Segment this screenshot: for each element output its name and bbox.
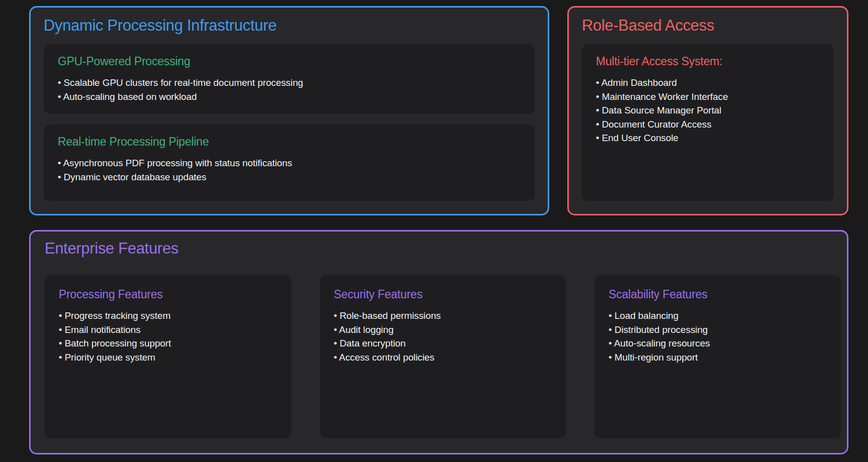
panel-title-dynamic-processing-infrastructure: Dynamic Processing Infrastructure bbox=[44, 16, 535, 36]
access-tier-item: Maintenance Worker Interface bbox=[596, 90, 820, 104]
card-real-time-processing-pipeline: Real-time Processing Pipeline Asynchrono… bbox=[44, 125, 535, 201]
feature-item: Auto-scaling based on workload bbox=[58, 90, 521, 104]
card-processing-features: Processing Features Progress tracking sy… bbox=[45, 275, 291, 438]
card-title-gpu-powered-processing: GPU-Powered Processing bbox=[58, 54, 521, 69]
enterprise-features-grid: Processing Features Progress tracking sy… bbox=[45, 275, 841, 438]
panel-title-enterprise-features: Enterprise Features bbox=[45, 239, 841, 259]
feature-item: Asynchronous PDF processing with status … bbox=[58, 156, 521, 170]
card-title-security-features: Security Features bbox=[334, 287, 552, 302]
feature-item: Dynamic vector database updates bbox=[58, 170, 521, 184]
feature-item: Data encryption bbox=[334, 336, 552, 351]
feature-item: Scalable GPU clusters for real-time docu… bbox=[58, 76, 521, 90]
feature-list: Progress tracking system Email notificat… bbox=[59, 309, 277, 364]
bottom-row: Enterprise Features Processing Features … bbox=[29, 230, 848, 454]
card-title-multi-tier-access-system: Multi-tier Access System: bbox=[596, 54, 820, 69]
panel-dynamic-processing-infrastructure: Dynamic Processing Infrastructure GPU-Po… bbox=[29, 6, 549, 215]
feature-item: Role-based permissions bbox=[334, 309, 552, 323]
feature-list: Role-based permissions Audit logging Dat… bbox=[334, 309, 552, 364]
feature-item: Distributed processing bbox=[608, 323, 827, 337]
feature-item: Progress tracking system bbox=[59, 309, 277, 323]
card-scalability-features: Scalability Features Load balancing Dist… bbox=[594, 275, 841, 438]
feature-list: Load balancing Distributed processing Au… bbox=[608, 309, 827, 364]
card-title-scalability-features: Scalability Features bbox=[608, 287, 827, 302]
feature-list: Scalable GPU clusters for real-time docu… bbox=[58, 76, 521, 103]
panel-title-role-based-access: Role-Based Access bbox=[582, 16, 834, 36]
feature-item: Load balancing bbox=[608, 309, 827, 323]
top-row: Dynamic Processing Infrastructure GPU-Po… bbox=[29, 6, 848, 215]
card-security-features: Security Features Role-based permissions… bbox=[320, 275, 566, 438]
access-tier-item: Document Curator Access bbox=[596, 118, 820, 132]
access-tier-item: Data Source Manager Portal bbox=[596, 103, 820, 118]
feature-item: Email notifications bbox=[59, 323, 277, 337]
page: Dynamic Processing Infrastructure GPU-Po… bbox=[0, 0, 868, 454]
feature-item: Auto-scaling resources bbox=[608, 336, 827, 351]
card-title-real-time-processing-pipeline: Real-time Processing Pipeline bbox=[58, 135, 521, 149]
card-title-processing-features: Processing Features bbox=[59, 287, 277, 302]
access-tier-item: Admin Dashboard bbox=[596, 76, 820, 90]
access-tier-list: Admin Dashboard Maintenance Worker Inter… bbox=[596, 76, 820, 145]
feature-item: Audit logging bbox=[334, 323, 552, 337]
feature-list: Asynchronous PDF processing with status … bbox=[58, 156, 521, 184]
card-gpu-powered-processing: GPU-Powered Processing Scalable GPU clus… bbox=[44, 44, 535, 113]
panel-role-based-access: Role-Based Access Multi-tier Access Syst… bbox=[567, 6, 848, 215]
feature-item: Multi-region support bbox=[608, 351, 827, 365]
panel-enterprise-features: Enterprise Features Processing Features … bbox=[29, 230, 848, 454]
feature-item: Access control policies bbox=[334, 351, 552, 365]
access-tier-item: End User Console bbox=[596, 131, 820, 145]
card-multi-tier-access-system: Multi-tier Access System: Admin Dashboar… bbox=[582, 44, 834, 201]
feature-item: Batch processing support bbox=[59, 336, 277, 351]
feature-item: Priority queue system bbox=[59, 351, 277, 365]
